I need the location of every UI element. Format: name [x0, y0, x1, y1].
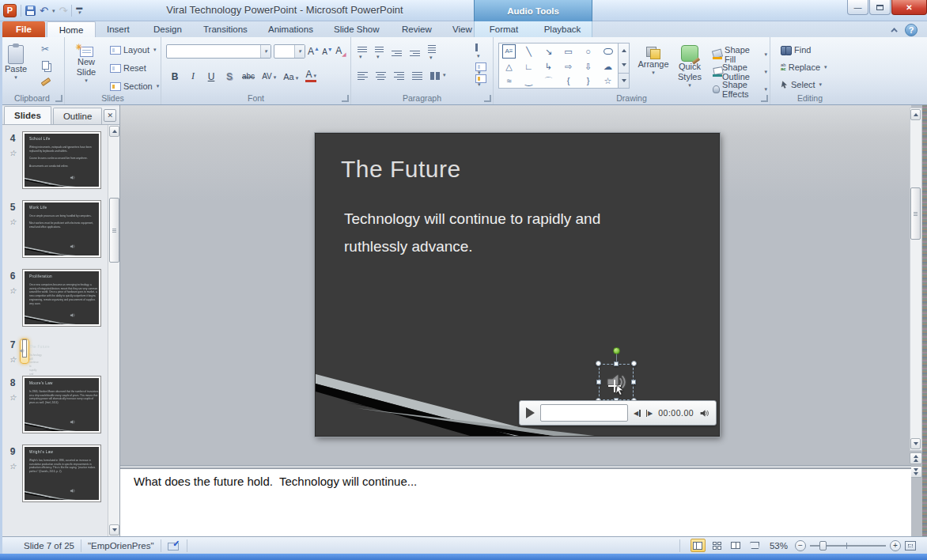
- align-center-icon[interactable]: [376, 72, 386, 80]
- audio-progress-bar[interactable]: [540, 404, 628, 422]
- shape-arc-icon[interactable]: ⌒: [544, 74, 553, 87]
- tab-review[interactable]: Review: [392, 21, 441, 37]
- font-color-icon[interactable]: A: [305, 70, 316, 82]
- tab-insert[interactable]: Insert: [97, 21, 139, 37]
- shape-triangle-icon[interactable]: △: [505, 60, 512, 73]
- previous-slide-icon[interactable]: [910, 452, 922, 464]
- shape-textbox-icon[interactable]: A≡: [502, 44, 515, 59]
- next-slide-icon[interactable]: [910, 466, 922, 478]
- tab-transitions[interactable]: Transitions: [194, 21, 257, 37]
- shape-star-icon[interactable]: ☆: [604, 74, 612, 87]
- slide-9-image[interactable]: Wright's Law Wright's law, formulated in…: [23, 445, 100, 501]
- shape-scribble-icon[interactable]: ≈: [506, 74, 511, 87]
- slide-6-image[interactable]: Proliferation Once new computers became …: [23, 270, 100, 326]
- slide-title[interactable]: The Future: [341, 156, 461, 183]
- play-icon[interactable]: [526, 407, 535, 418]
- tab-slides-thumbnails[interactable]: Slides: [4, 106, 51, 124]
- slide-thumbnail-8[interactable]: 8☆ Moore's Law In 1965, Gordon Moore obs…: [2, 376, 108, 433]
- spell-check-icon[interactable]: [168, 540, 180, 551]
- help-icon[interactable]: ?: [905, 24, 918, 36]
- rotation-handle[interactable]: [613, 347, 620, 354]
- paragraph-dialog-launcher-icon[interactable]: [484, 95, 491, 102]
- font-name-combobox[interactable]: ▾: [166, 44, 271, 59]
- shapes-gallery[interactable]: A≡ ╲ ↘ ▭ ○ △ ∟ ↳ ⇨ ⇩ ☁ ≈ ‿ ⌒ { } ☆: [498, 43, 619, 89]
- slide-body-text[interactable]: Technology will continue to rapidly and …: [344, 205, 645, 260]
- scroll-down-icon[interactable]: [109, 524, 119, 535]
- text-shadow-icon[interactable]: S: [224, 71, 235, 82]
- bold-icon[interactable]: B: [169, 71, 180, 82]
- numbering-icon[interactable]: [375, 47, 384, 60]
- volume-icon[interactable]: [699, 408, 709, 418]
- slide-thumbnail-4[interactable]: 4☆ School Life Writing instruments, note…: [2, 132, 108, 188]
- align-left-icon[interactable]: [358, 72, 368, 80]
- slide-show-button[interactable]: [747, 539, 762, 552]
- scroll-down-icon[interactable]: [910, 438, 921, 449]
- shape-down-arrow-icon[interactable]: ⇩: [585, 60, 592, 73]
- shape-elbow-connector-icon[interactable]: ∟: [524, 60, 533, 73]
- tab-playback[interactable]: Playback: [533, 21, 592, 37]
- justify-icon[interactable]: [412, 72, 422, 80]
- change-case-icon[interactable]: Aa: [283, 72, 298, 81]
- bullets-icon[interactable]: [358, 47, 367, 60]
- slide-sorter-view-button[interactable]: [709, 539, 725, 552]
- slide-thumbnail-5[interactable]: 5☆ Work Life Once simple processes are b…: [2, 201, 108, 257]
- zoom-level[interactable]: 53%: [770, 541, 788, 551]
- font-size-combobox[interactable]: ▾: [274, 44, 305, 59]
- shape-arrow-icon[interactable]: ↘: [545, 45, 552, 58]
- fit-to-window-icon[interactable]: [905, 541, 916, 551]
- shape-right-arrow-icon[interactable]: ⇨: [565, 60, 572, 73]
- normal-view-button[interactable]: [691, 539, 706, 552]
- audio-object-selection[interactable]: [599, 364, 634, 400]
- slide-8-image[interactable]: Moore's Law In 1965, Gordon Moore observ…: [23, 376, 100, 433]
- panel-scrollbar[interactable]: [108, 125, 119, 536]
- tab-animations[interactable]: Animations: [259, 21, 323, 37]
- minimize-button[interactable]: —: [847, 0, 868, 15]
- shape-rectangle-icon[interactable]: ▭: [564, 45, 572, 58]
- shape-curve-icon[interactable]: ‿: [525, 74, 532, 87]
- gallery-more-icon[interactable]: [619, 73, 629, 88]
- tab-home[interactable]: Home: [47, 21, 96, 37]
- zoom-slider-handle[interactable]: [819, 541, 827, 551]
- powerpoint-app-icon[interactable]: P: [3, 4, 17, 17]
- underline-icon[interactable]: U: [206, 71, 217, 82]
- save-icon[interactable]: [25, 6, 36, 16]
- format-painter-icon[interactable]: [41, 78, 51, 86]
- shape-oval-icon[interactable]: ○: [585, 45, 591, 58]
- slide-4-image[interactable]: School Life Writing instruments, notepad…: [23, 132, 100, 188]
- slide-canvas[interactable]: The Future Technology will continue to r…: [315, 133, 720, 437]
- slide-thumbnail-9[interactable]: 9☆ Wright's Law Wright's law, formulated…: [2, 445, 108, 501]
- maximize-button[interactable]: [869, 0, 891, 15]
- copy-icon[interactable]: [42, 61, 49, 70]
- panel-scrollbar-thumb[interactable]: [109, 198, 119, 263]
- tab-file[interactable]: File: [2, 21, 45, 37]
- drawing-dialog-launcher-icon[interactable]: [761, 95, 768, 102]
- clear-formatting-icon[interactable]: A◢: [335, 45, 346, 58]
- resize-handle-e[interactable]: [631, 380, 636, 384]
- gallery-up-icon[interactable]: [619, 44, 629, 58]
- slide-thumbnail-7-selected[interactable]: 7☆ The Future Technology will continue t…: [2, 339, 108, 364]
- vertical-scrollbar[interactable]: [910, 108, 922, 451]
- italic-icon[interactable]: I: [187, 70, 199, 82]
- shape-rounded-rectangle-icon[interactable]: [603, 48, 613, 55]
- resize-handle-w[interactable]: [596, 380, 601, 384]
- layout-button[interactable]: Layout: [108, 44, 159, 55]
- line-spacing-icon[interactable]: [428, 45, 436, 61]
- shape-left-brace-icon[interactable]: {: [567, 74, 570, 87]
- zoom-in-icon[interactable]: +: [890, 540, 901, 551]
- tab-slide-show[interactable]: Slide Show: [324, 21, 389, 37]
- seek-forward-icon[interactable]: ▶: [646, 410, 653, 417]
- gallery-down-icon[interactable]: [619, 58, 629, 72]
- shape-line-icon[interactable]: ╲: [526, 45, 532, 58]
- resize-handle-n[interactable]: [614, 361, 619, 366]
- tab-outline[interactable]: Outline: [53, 108, 102, 124]
- shape-right-brace-icon[interactable]: }: [587, 74, 590, 87]
- new-slide-button[interactable]: ✳ New Slide ▾: [68, 44, 104, 83]
- collapse-ribbon-icon[interactable]: [889, 25, 902, 35]
- customize-qat-icon[interactable]: ▬▾: [76, 6, 82, 15]
- paste-button[interactable]: Paste ▾: [5, 42, 27, 80]
- undo-icon[interactable]: ↶: [40, 6, 48, 16]
- notes-text[interactable]: What does the future hold. Technology wi…: [134, 475, 417, 488]
- scrollbar-thumb[interactable]: [910, 187, 921, 240]
- align-right-icon[interactable]: [394, 72, 404, 80]
- quick-styles-button[interactable]: Quick Styles ▾: [672, 42, 707, 88]
